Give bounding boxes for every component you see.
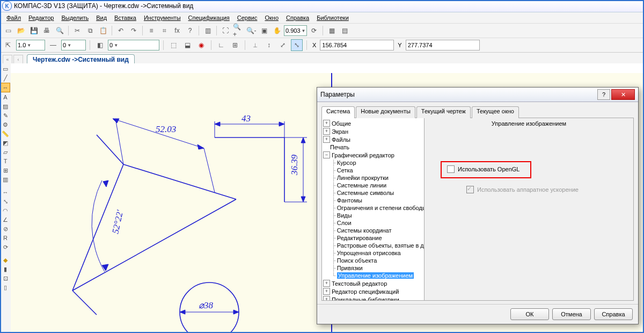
snap-icon[interactable]: ◉ (195, 39, 207, 51)
zoom-combo[interactable]: 0.903▼ (284, 25, 307, 36)
vt-dim7-icon[interactable]: ⟳ (1, 243, 10, 251)
vars-icon[interactable]: ⌗ (158, 25, 170, 37)
svg-marker-20 (301, 197, 305, 202)
menu-libs[interactable]: Библиотеки (313, 13, 352, 22)
paste-icon[interactable]: 📋 (97, 25, 109, 37)
tool-b-icon[interactable]: ▤ (339, 25, 350, 37)
checkbox-use-opengl[interactable]: Использовать OpenGL (447, 165, 519, 173)
vt-tool11-icon[interactable]: T (1, 157, 10, 165)
dialog-help-icon[interactable]: ? (597, 89, 610, 100)
tab-current-drawing[interactable]: Текущий чертеж (416, 106, 471, 118)
style-combo[interactable]: 0▼ (61, 40, 86, 50)
layer-icon[interactable]: ◧ (94, 39, 106, 51)
svg-marker-8 (197, 144, 204, 149)
menu-service[interactable]: Сервис (234, 13, 261, 22)
panel-heading: Управление изображением (425, 118, 633, 129)
copy-icon[interactable]: ⧉ (84, 25, 96, 37)
vt-line-icon[interactable]: ╱ (1, 74, 10, 82)
ortho-icon[interactable]: ∟ (215, 39, 227, 51)
menu-view[interactable]: Вид (93, 13, 110, 22)
vt-dim3-icon[interactable]: ◠ (1, 206, 10, 215)
vt-dim2-icon[interactable]: ⤡ (1, 197, 10, 206)
vt-dim1-icon[interactable]: ↔ (1, 188, 10, 197)
anchor-icon[interactable]: ⇱ (2, 39, 14, 51)
tab-new-documents[interactable]: Новые документы (356, 106, 415, 118)
checkbox-icon (466, 186, 474, 193)
cancel-button[interactable]: Отмена (552, 308, 591, 320)
help-button[interactable]: Справка (594, 308, 633, 320)
zoom-out-icon[interactable]: 🔍- (245, 25, 257, 37)
props-icon[interactable]: ≡ (145, 25, 157, 37)
zoom-in-icon[interactable]: 🔍+ (232, 25, 244, 37)
dim-d-icon[interactable]: ⤡ (291, 39, 303, 51)
refresh-icon[interactable]: ⟳ (308, 25, 320, 37)
vt-param-icon[interactable]: ⚙ (1, 120, 10, 129)
undo-icon[interactable]: ↶ (115, 25, 127, 37)
grid-icon[interactable]: ⊞ (229, 39, 241, 51)
menu-select[interactable]: Выделить (58, 13, 92, 22)
zoom-window-icon[interactable]: ▣ (258, 25, 270, 37)
vt-aux2-icon[interactable]: ▮ (1, 265, 10, 273)
vt-aux3-icon[interactable]: ⊡ (1, 274, 10, 283)
menu-edit[interactable]: Редактор (25, 13, 57, 22)
menu-window[interactable]: Окно (261, 13, 282, 22)
vt-select-icon[interactable]: ▭ (1, 64, 10, 73)
layers-icon[interactable]: ▥ (202, 25, 214, 37)
coord-y-input[interactable] (406, 40, 480, 50)
vt-aux4-icon[interactable]: ▯ (1, 283, 10, 292)
help-icon[interactable]: ? (184, 25, 196, 37)
cut-icon[interactable]: ✂ (71, 25, 83, 37)
vt-tool13-icon[interactable]: ▥ (1, 175, 10, 184)
print-icon[interactable]: 🖶 (41, 25, 53, 37)
separator (211, 40, 211, 50)
dialog-close-icon[interactable]: ✕ (611, 89, 635, 100)
checkbox-icon (447, 165, 455, 173)
settings-tree[interactable]: +Общие +Экран +Файлы Печать −Графический… (321, 118, 425, 301)
dialog-titlebar[interactable]: Параметры ? ✕ (317, 88, 638, 102)
new-icon[interactable]: ▭ (2, 25, 14, 37)
vt-hatch-icon[interactable]: ▨ (1, 102, 10, 111)
coord-x-input[interactable] (320, 40, 394, 50)
vt-text-icon[interactable]: A (1, 93, 10, 102)
pan-icon[interactable]: ✋ (271, 25, 283, 37)
redo-icon[interactable]: ↷ (128, 25, 140, 37)
dim-b-icon[interactable]: ↕ (263, 39, 275, 51)
preview-icon[interactable]: 🔍 (54, 25, 65, 37)
line-weight-combo[interactable]: 1.0▼ (16, 40, 45, 50)
layer-combo[interactable]: 0▼ (108, 40, 159, 50)
menu-spec[interactable]: Спецификация (185, 13, 233, 22)
mode-a-icon[interactable]: ⬚ (167, 39, 179, 51)
vt-dim5-icon[interactable]: ⊘ (1, 225, 10, 233)
vt-edit-icon[interactable]: ✎ (1, 111, 10, 120)
save-icon[interactable]: 💾 (28, 25, 40, 37)
vt-dim-icon[interactable]: ↔ (1, 83, 10, 92)
tab-current-window[interactable]: Текущее окно (472, 106, 519, 118)
fx-icon[interactable]: fx (171, 25, 183, 37)
zoom-fit-icon[interactable]: ⛶ (219, 25, 231, 37)
ok-button[interactable]: ОК (510, 308, 549, 320)
toolbar-main: ▭ 📂 💾 🖶 🔍 ✂ ⧉ 📋 ↶ ↷ ≡ ⌗ fx ? ▥ ⛶ 🔍+ 🔍- ▣… (0, 24, 644, 38)
tab-system[interactable]: Система (321, 106, 355, 118)
dim-c-icon[interactable]: ⤢ (277, 39, 289, 51)
separator (323, 26, 323, 35)
vt-tool12-icon[interactable]: ⊞ (1, 166, 10, 175)
dim-a-icon[interactable]: ⟂ (249, 39, 261, 51)
svg-marker-24 (102, 264, 108, 271)
linetype-icon[interactable]: — (47, 39, 59, 51)
menu-help[interactable]: Справка (283, 13, 312, 22)
menu-insert[interactable]: Вставка (111, 13, 140, 22)
mode-b-icon[interactable]: ⬓ (181, 39, 193, 51)
svg-line-2 (123, 164, 236, 199)
separator (199, 26, 199, 35)
vt-tool10-icon[interactable]: ▱ (1, 148, 10, 156)
vt-dim6-icon[interactable]: R (1, 234, 10, 242)
menu-file[interactable]: Файл (3, 13, 24, 22)
open-icon[interactable]: 📂 (15, 25, 27, 37)
vt-tool9-icon[interactable]: ◩ (1, 139, 10, 147)
dimension-3639: 36.39 (289, 154, 299, 176)
vt-measure-icon[interactable]: 📏 (1, 129, 10, 138)
tool-a-icon[interactable]: ▦ (326, 25, 338, 37)
menu-tools[interactable]: Инструменты (141, 13, 184, 22)
vt-aux1-icon[interactable]: ◆ (1, 256, 10, 264)
vt-dim4-icon[interactable]: ∠ (1, 215, 10, 224)
